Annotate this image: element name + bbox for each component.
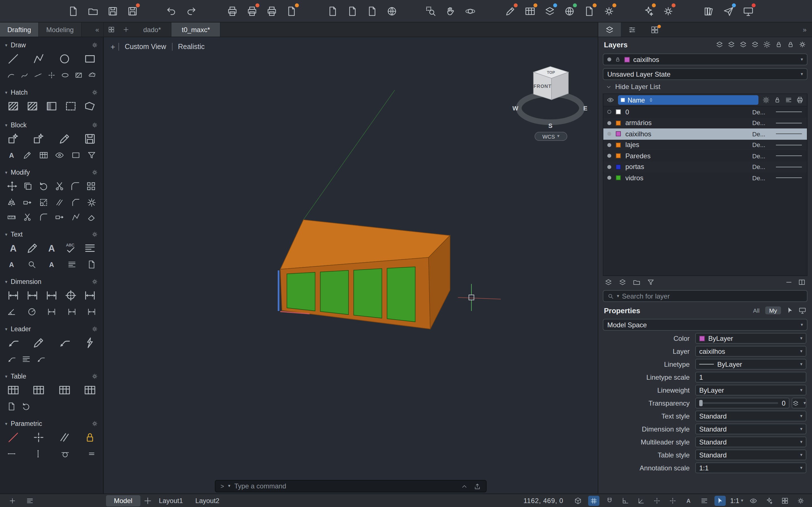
remove-leader-icon[interactable] xyxy=(7,354,16,364)
model-window-3[interactable] xyxy=(354,269,382,318)
content-library-button[interactable] xyxy=(702,4,715,17)
grid-display-toggle[interactable] xyxy=(588,496,599,506)
markup-import-button[interactable] xyxy=(326,4,339,17)
expand-command-history-icon[interactable] xyxy=(461,483,468,490)
layer-search-input[interactable]: ▾ Search for layer xyxy=(603,290,808,302)
property-value-text-style[interactable]: Standard▾ xyxy=(695,411,806,421)
expand-panel-button[interactable]: » xyxy=(797,22,812,37)
scale-text-icon[interactable]: A xyxy=(47,260,56,269)
table-icon[interactable] xyxy=(7,384,20,397)
property-value-transparency[interactable]: 0 xyxy=(695,398,790,408)
data-extraction-icon[interactable] xyxy=(7,402,16,411)
zoom-window-button[interactable] xyxy=(424,4,437,17)
plot-button[interactable] xyxy=(225,4,239,17)
model-tab[interactable]: Model xyxy=(106,495,140,506)
viewcube[interactable]: W E S TOP FRONT xyxy=(513,66,588,129)
properties-tab-button[interactable] xyxy=(621,22,644,37)
text-style-icon[interactable]: A xyxy=(7,260,16,269)
layout-thumbnails-button[interactable] xyxy=(104,22,118,37)
section-settings-icon[interactable] xyxy=(91,231,98,238)
property-value-linetype[interactable]: ByLayer▾ xyxy=(695,359,806,370)
section-header[interactable]: ▾Text xyxy=(5,230,98,239)
share-command-icon[interactable] xyxy=(474,483,481,490)
edit-multileader-icon[interactable] xyxy=(33,336,45,349)
layer-unisolate-icon[interactable] xyxy=(751,41,759,48)
open-button[interactable] xyxy=(86,4,99,17)
layer-on-dot[interactable] xyxy=(607,176,611,180)
wcs-selector[interactable]: WCS ▾ xyxy=(535,132,567,141)
save-button[interactable] xyxy=(106,4,119,17)
chamfer-icon[interactable] xyxy=(71,198,80,207)
save-as-button[interactable] xyxy=(126,4,139,17)
layout-tab-layout1[interactable]: Layout1 xyxy=(153,494,189,507)
section-settings-icon[interactable] xyxy=(91,373,98,380)
lock-icon[interactable] xyxy=(774,96,781,104)
gradient-icon[interactable] xyxy=(45,100,58,113)
orbit-button[interactable] xyxy=(463,4,476,17)
snap-mode-toggle[interactable] xyxy=(604,496,615,506)
layer-lineweight[interactable]: De... xyxy=(752,120,771,126)
layer-on-dot[interactable] xyxy=(607,121,611,125)
section-settings-icon[interactable] xyxy=(91,278,98,285)
command-history-caret-icon[interactable]: ▾ xyxy=(228,484,231,489)
move-icon[interactable] xyxy=(7,180,17,193)
array-icon[interactable] xyxy=(86,180,96,193)
layer-lock-icon[interactable] xyxy=(775,41,783,48)
delete-layer-icon[interactable] xyxy=(619,278,626,286)
linear-dimension-icon[interactable] xyxy=(7,289,20,302)
float-panel-icon[interactable] xyxy=(799,306,806,314)
section-header[interactable]: ▾Draw xyxy=(5,41,98,50)
polyline-icon[interactable] xyxy=(33,52,45,65)
quick-select-icon[interactable] xyxy=(786,306,794,314)
command-line[interactable]: > ▾ Type a command xyxy=(215,480,487,492)
export-table-icon[interactable] xyxy=(84,384,96,397)
drawing-tab[interactable]: dado* xyxy=(133,22,172,37)
region-icon[interactable] xyxy=(74,70,83,80)
view-selector[interactable]: Custom View xyxy=(118,43,172,51)
filter-my-button[interactable]: My xyxy=(765,306,781,314)
dimension-space-icon[interactable] xyxy=(67,307,77,317)
section-header[interactable]: ▾Table xyxy=(5,372,98,381)
lock-constraint-icon[interactable] xyxy=(84,431,96,444)
excel-data-link-icon[interactable] xyxy=(58,384,71,397)
layer-on-dot[interactable] xyxy=(607,132,611,136)
text-align-icon[interactable] xyxy=(67,260,77,269)
baseline-dimension-icon[interactable] xyxy=(45,289,58,302)
page-setup-button[interactable] xyxy=(265,4,278,17)
columns-icon[interactable] xyxy=(798,278,806,286)
layer-color-swatch[interactable] xyxy=(616,143,621,148)
horizontal-constraint-icon[interactable] xyxy=(7,449,16,459)
layer-row-vidros[interactable]: vidrosDe... xyxy=(603,172,807,183)
edit-polyline-icon[interactable] xyxy=(71,212,80,222)
center-mark-icon[interactable] xyxy=(64,289,77,302)
leader-lightning-icon[interactable] xyxy=(84,336,96,349)
annotation-monitor-button[interactable] xyxy=(582,4,596,17)
break-icon[interactable] xyxy=(23,212,33,222)
revision-cloud-icon[interactable] xyxy=(88,70,96,80)
stretch-icon[interactable] xyxy=(23,198,33,207)
command-input[interactable]: Type a command xyxy=(234,482,457,490)
etransmit-button[interactable] xyxy=(385,4,398,17)
layer-unlock-icon[interactable] xyxy=(786,41,795,48)
find-text-icon[interactable] xyxy=(27,260,36,269)
rotate-icon[interactable] xyxy=(38,180,49,193)
section-settings-icon[interactable] xyxy=(91,169,98,176)
layer-state-selector[interactable]: Unsaved Layer State ▾ xyxy=(603,68,808,80)
offset-icon[interactable] xyxy=(55,198,64,207)
annotation-scale-control[interactable]: 1:1 ▾ xyxy=(730,497,743,504)
layer-lineweight[interactable]: De... xyxy=(752,142,771,149)
name-column-header[interactable]: Name xyxy=(618,95,758,105)
sheet-set-button[interactable] xyxy=(523,4,536,17)
spline-icon[interactable] xyxy=(20,70,29,80)
hide-layer-list-toggle[interactable]: Hide Layer List xyxy=(598,81,812,93)
multileader-icon[interactable] xyxy=(7,336,20,349)
coincident-constraint-icon[interactable] xyxy=(33,431,45,444)
freeze-icon[interactable] xyxy=(762,96,770,104)
selection-cycling-toggle[interactable] xyxy=(714,496,726,506)
insert-block-icon[interactable] xyxy=(7,132,20,145)
screen-sharing-button[interactable] xyxy=(742,4,755,17)
layer-on-dot[interactable] xyxy=(607,110,611,114)
model-window-4[interactable] xyxy=(387,267,415,322)
object-snap-tracking-toggle[interactable] xyxy=(667,496,678,506)
layer-row-lajes[interactable]: lajesDe... xyxy=(603,139,807,151)
